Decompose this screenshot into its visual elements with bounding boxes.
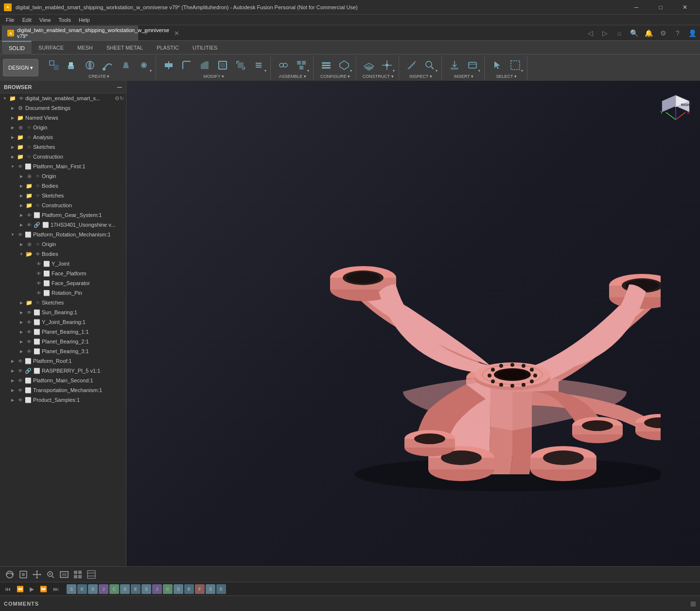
timeline-first[interactable]: ⏮ [3,585,13,593]
insert-more-btn[interactable] [464,56,481,74]
tree-visibility[interactable]: 👁 [25,143,33,151]
tree-item-origin-3[interactable]: ▶ ⊕ 👁 Origin [0,239,126,249]
loft-btn[interactable] [117,56,135,74]
tree-item-bodies-open[interactable]: ▼ 📂 👁 Bodies [0,249,126,259]
pan-btn[interactable] [31,569,43,580]
tree-item-bodies[interactable]: ▶ 📁 👁 Bodies [0,181,126,191]
doc-tab-close[interactable]: ✕ [174,30,179,37]
menu-item[interactable]: File [2,16,18,24]
menu-item[interactable]: Help [75,16,94,24]
tree-item-origin-2[interactable]: ▶ ⊕ 👁 Origin [0,171,126,181]
menu-item[interactable]: Tools [54,16,75,24]
timeline-feature-15[interactable]: E [216,584,226,594]
tree-item-sketches-3[interactable]: ▶ 📁 👁 Sketches [0,298,126,307]
timeline-feature-7[interactable]: E [131,584,140,594]
timeline-prev[interactable]: ⏪ [15,585,26,593]
tree-visibility[interactable]: 👁 [35,279,43,287]
timeline-feature-1[interactable]: S [67,584,76,594]
construct-more-btn[interactable] [378,56,396,74]
tree-item-sketches[interactable]: ▶ 📁 👁 Sketches [0,142,126,152]
tree-visibility[interactable]: 👁 [34,250,42,258]
new-tab-button[interactable]: + [139,26,153,40]
tree-visibility[interactable]: 👁 [25,211,33,219]
comments-expand-btn[interactable]: ⊞ [690,600,696,608]
tree-visibility[interactable]: 👁 [25,308,33,316]
tree-item-sketches-2[interactable]: ▶ 📁 👁 Sketches [0,191,126,200]
select-btn[interactable] [489,56,506,74]
tree-visibility[interactable]: 👁 [25,328,33,336]
tree-item-origin[interactable]: ▶ ⊕ 👁 Origin [0,123,126,132]
tree-item-doc-settings[interactable]: ▶ ⚙ Document Settings [0,103,126,113]
joint-btn[interactable] [275,56,292,74]
tree-visibility[interactable]: 👁 [25,318,33,326]
tree-item-platform-rotation[interactable]: ▼ 👁 ⬜ Platform_Rotation_Mechanism:1 [0,230,126,239]
doc-tab-active[interactable]: A digital_twin_enabled_smart_shipping_wo… [2,26,138,40]
tree-item-root[interactable]: ▼ 📁 👁 digital_twin_enabled_smart_s... ⚙ … [0,93,126,103]
tree-visibility[interactable]: 👁 [17,377,24,384]
tree-item-construction-2[interactable]: ▶ 📁 👁 Construction [0,200,126,210]
tree-visibility[interactable]: 👁 [25,133,33,141]
tree-item-face-platform[interactable]: 👁 ⬜ Face_Platform [0,269,126,278]
timeline-next[interactable]: ⏩ [38,585,49,593]
display-mode-btn[interactable] [72,569,84,580]
tree-visibility[interactable]: 👁 [34,299,42,306]
menu-item[interactable]: View [35,16,55,24]
tree-visibility[interactable]: 👁 [17,396,24,404]
fit-to-window-btn[interactable] [58,569,70,580]
timeline-feature-5[interactable]: C [109,584,119,594]
fillet-btn[interactable] [178,56,195,74]
tab-solid[interactable]: SOLID [2,41,32,54]
tab-action-forward[interactable]: ▷ [599,27,611,39]
tab-action-user[interactable]: 👤 [686,27,698,39]
tab-action-settings[interactable]: ⚙ [657,27,669,39]
tree-item-platform-gear[interactable]: ▶ 👁 ⬜ Platform_Gear_System:1 [0,210,126,220]
tree-visibility[interactable]: 👁 [34,182,42,190]
select-more-btn[interactable] [507,56,524,74]
timeline-feature-9[interactable]: J [152,584,162,594]
tree-item-platform-roof[interactable]: ▶ 👁 ⬜ Platform_Roof:1 [0,356,126,366]
browser-collapse-btn[interactable]: ─ [117,83,122,91]
timeline-feature-8[interactable]: S [141,584,151,594]
tree-item-planet-bearing-3[interactable]: ▶ 👁 ⬜ Planet_Bearing_3:1 [0,346,126,356]
new-component-btn[interactable] [45,56,63,74]
menu-item[interactable]: Edit [18,16,35,24]
tree-item-rotation-pin[interactable]: 👁 ⬜ Rotation_Pin [0,288,126,298]
design-dropdown-button[interactable]: DESIGN ▾ [3,59,38,76]
timeline-play[interactable]: ▶ [28,585,36,593]
modify-more-btn[interactable] [250,56,267,74]
sweep-btn[interactable] [99,56,117,74]
grid-btn[interactable] [86,569,97,580]
orbit-btn[interactable] [4,569,16,580]
timeline-feature-14[interactable]: S [206,584,215,594]
shell-btn[interactable] [214,56,231,74]
revolve-btn[interactable] [81,56,99,74]
create-more-btn[interactable] [135,56,153,74]
tree-visibility[interactable]: 👁 [25,347,33,355]
tree-visibility[interactable]: 👁 [17,367,24,375]
inspect-more-btn[interactable] [421,56,438,74]
tree-item-planet-bearing-2[interactable]: ▶ 👁 ⬜ Planet_Bearing_2:1 [0,337,126,346]
timeline-last[interactable]: ⏭ [51,585,61,593]
assemble-more-btn[interactable] [293,56,310,74]
timeline-feature-2[interactable]: E [77,584,87,594]
timeline-feature-12[interactable]: E [184,584,194,594]
scale-btn[interactable] [232,56,249,74]
view-cube[interactable]: X Y Z RIGHT [656,86,695,125]
tree-item-analysis[interactable]: ▶ 📁 👁 Analysis [0,132,126,142]
tree-visibility[interactable]: 👁 [17,231,24,238]
tab-sheet-metal[interactable]: SHEET METAL [100,41,150,54]
measure-btn[interactable] [403,56,420,74]
tab-surface[interactable]: SURFACE [32,41,70,54]
close-button[interactable]: ✕ [674,0,696,15]
timeline-feature-3[interactable]: S [88,584,98,594]
tree-visibility[interactable]: 👁 [35,270,43,277]
tree-item-transportation-mech[interactable]: ▶ 👁 ⬜ Transportation_Mechanism:1 [0,385,126,395]
tree-item-y-joint-bearing[interactable]: ▶ 👁 ⬜ Y_Joint_Bearing:1 [0,317,126,327]
tab-utilities[interactable]: UTILITIES [186,41,224,54]
tree-visibility[interactable]: 👁 [35,260,43,268]
tab-action-home[interactable]: ⌂ [613,27,625,39]
tree-item-product-samples[interactable]: ▶ 👁 ⬜ Product_Samples:1 [0,395,126,405]
tree-visibility[interactable]: 👁 [17,162,24,170]
fit-screen-btn[interactable] [18,569,29,580]
timeline-feature-4[interactable]: J [99,584,108,594]
